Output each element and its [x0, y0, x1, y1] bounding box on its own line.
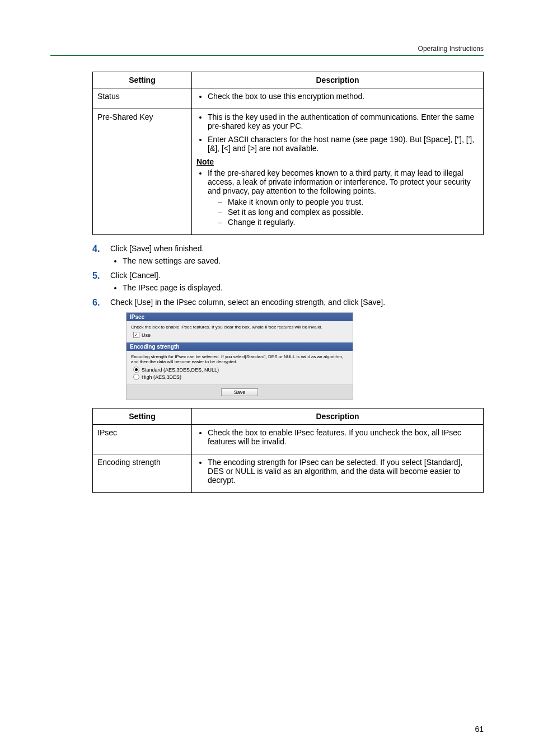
- table-row: Encoding strength The encoding strength …: [93, 454, 484, 493]
- t1-r1-setting: Pre-Shared Key: [93, 109, 192, 235]
- t1-header-setting: Setting: [93, 72, 192, 88]
- radio-standard-label: Standard (AES,3DES,DES, NULL): [142, 367, 219, 373]
- page-number: 61: [475, 725, 484, 734]
- t1-r0-setting: Status: [93, 88, 192, 109]
- t2-r1-b0: The encoding strength for IPsec can be s…: [208, 458, 479, 485]
- t1-r1-d0: Make it known only to people you trust.: [218, 198, 479, 206]
- t2-r1-desc: The encoding strength for IPsec can be s…: [192, 454, 484, 493]
- use-label: Use: [142, 332, 151, 338]
- ipsec-config-screenshot: IPsec Check the box to enable IPsec feat…: [126, 312, 353, 400]
- radio-icon: [133, 374, 139, 380]
- use-checkbox[interactable]: ✓ Use: [131, 332, 348, 338]
- step-6-text: Check [Use] in the IPsec column, select …: [110, 298, 385, 307]
- t1-r1-desc: This is the key used in the authenticati…: [192, 109, 484, 235]
- radio-high[interactable]: High (AES,3DES): [131, 374, 348, 380]
- t2-r1-setting: Encoding strength: [93, 454, 192, 493]
- radio-high-label: High (AES,3DES): [142, 374, 181, 380]
- settings-table-1: Setting Description Status Check the box…: [92, 72, 484, 235]
- t1-r1-note: If the pre-shared key becomes known to a…: [208, 168, 479, 227]
- step-5-num: 5.: [92, 271, 100, 281]
- table-row: IPsec Check the box to enable IPsec feat…: [93, 425, 484, 454]
- t1-r1-note-text: If the pre-shared key becomes known to a…: [208, 168, 471, 195]
- t2-r0-b0: Check the box to enable IPsec features. …: [208, 428, 479, 446]
- table-row: Pre-Shared Key This is the key used in t…: [93, 109, 484, 235]
- note-label: Note: [196, 157, 479, 166]
- ss-ipsec-title: IPsec: [127, 313, 353, 321]
- ss-ipsec-hint: Check the box to enable IPsec features. …: [131, 325, 348, 330]
- ss-enc-title: Encoding strength: [127, 342, 353, 351]
- step-4-text: Click [Save] when finished.: [110, 244, 204, 253]
- step-4-sub: The new settings are saved.: [123, 256, 484, 265]
- radio-standard[interactable]: Standard (AES,3DES,DES, NULL): [131, 367, 348, 373]
- t1-r1-b0: This is the key used in the authenticati…: [208, 112, 479, 130]
- doc-title: Operating Instructions: [50, 45, 484, 55]
- t1-r0-b0: Check the box to use this encryption met…: [208, 92, 479, 101]
- step-5-text: Click [Cancel].: [110, 271, 160, 280]
- t1-r0-desc: Check the box to use this encryption met…: [192, 88, 484, 109]
- checkbox-icon: ✓: [133, 332, 139, 338]
- t1-r1-b1: Enter ASCII characters for the host name…: [208, 135, 479, 153]
- t1-r1-d2: Change it regularly.: [218, 218, 479, 227]
- step-4-num: 4.: [92, 244, 100, 254]
- settings-table-2: Setting Description IPsec Check the box …: [92, 408, 484, 493]
- step-5: 5. Click [Cancel]. The IPsec page is dis…: [92, 271, 484, 292]
- step-list: 4. Click [Save] when finished. The new s…: [92, 244, 484, 400]
- step-4: 4. Click [Save] when finished. The new s…: [92, 244, 484, 265]
- save-button[interactable]: Save: [221, 388, 259, 396]
- header-divider: [50, 55, 484, 56]
- step-6-num: 6.: [92, 298, 100, 308]
- ss-enc-hint: Encoding strength for IPsec can be selec…: [131, 354, 348, 364]
- radio-icon: [133, 367, 139, 373]
- step-5-sub: The IPsec page is displayed.: [123, 283, 484, 292]
- t2-r0-setting: IPsec: [93, 425, 192, 454]
- t2-r0-desc: Check the box to enable IPsec features. …: [192, 425, 484, 454]
- t2-header-description: Description: [192, 408, 484, 425]
- t1-r1-d1: Set it as long and complex as possible.: [218, 208, 479, 217]
- t1-header-description: Description: [192, 72, 484, 88]
- t2-header-setting: Setting: [93, 408, 192, 425]
- table-row: Status Check the box to use this encrypt…: [93, 88, 484, 109]
- step-6: 6. Check [Use] in the IPsec column, sele…: [92, 298, 484, 400]
